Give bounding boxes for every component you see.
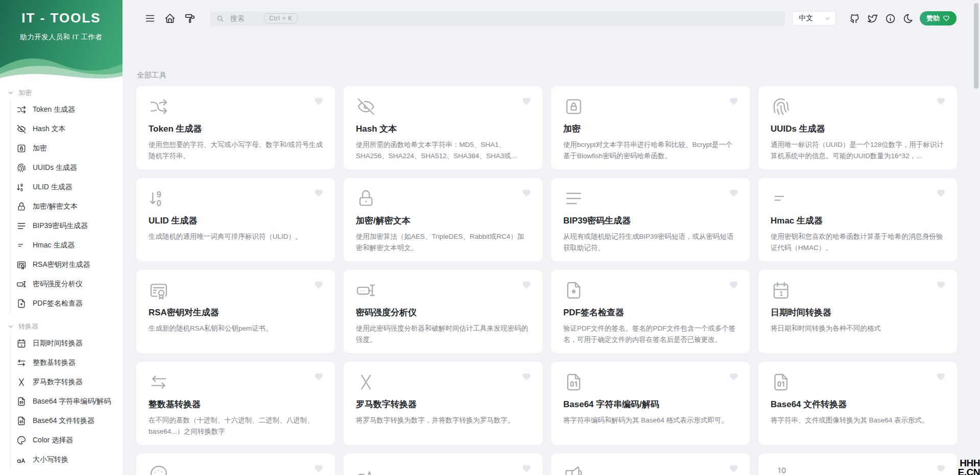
theme-button[interactable] <box>184 13 195 24</box>
sidebar-item[interactable]: 密码强度分析仪 <box>11 274 117 294</box>
github-button[interactable] <box>849 13 860 24</box>
tool-card[interactable]: 整数基转换器在不同的基数（十进制、十六进制、二进制、八进制、base64...）… <box>136 362 335 445</box>
sidebar-section: 加密Token 生成器Hash 文本加密UUIDs 生成器90ULID 生成器加… <box>7 86 117 313</box>
sidebar-item[interactable]: 加密/解密文本 <box>11 197 117 216</box>
tool-card-description: 将日期和时间转换为各种不同的格式 <box>771 323 945 334</box>
sidebar-item[interactable]: Base64 文件转换器 <box>11 411 117 431</box>
tool-card[interactable]: UUIDs 生成器通用唯一标识符（UUID）是一个128位数字，用于标识计算机系… <box>758 86 957 169</box>
tool-card-description: 将字符串编码和解码为其 Base64 格式表示形式即可。 <box>564 415 738 426</box>
github-icon <box>849 13 860 24</box>
sidebar-item[interactable]: Token 生成器 <box>11 100 117 119</box>
search-icon <box>216 15 224 22</box>
sidebar-item[interactable]: UUIDs 生成器 <box>11 158 117 178</box>
tool-card-title: 罗马数字转换器 <box>356 398 530 410</box>
heart-icon <box>943 15 950 22</box>
moon-icon <box>903 13 914 24</box>
favorite-heart-icon[interactable] <box>936 188 946 198</box>
favorite-heart-icon[interactable] <box>729 188 739 198</box>
file-star-icon <box>564 280 584 301</box>
tool-card[interactable]: 密码强度分析仪使用此密码强度分析器和破解时间估计工具来发现密码的强度。 <box>344 270 542 353</box>
favorite-heart-icon[interactable] <box>936 96 946 106</box>
sidebar-item[interactable]: 大小写转换 <box>11 450 117 469</box>
favorite-heart-icon[interactable] <box>522 464 531 473</box>
favorite-heart-icon[interactable] <box>729 464 739 473</box>
sidebar-section-header[interactable]: 转换器 <box>7 319 117 334</box>
sidebar-item[interactable]: Color 选择器 <box>11 431 117 450</box>
sidebar-section-items: Token 生成器Hash 文本加密UUIDs 生成器90ULID 生成器加密/… <box>10 100 117 313</box>
tool-card-description: 通用唯一标识符（UUID）是一个128位数字，用于标识计算机系统中的信息。可能的… <box>771 139 945 162</box>
about-button[interactable] <box>885 13 896 24</box>
tool-card[interactable]: Base64 字符串编码/解码将字符串编码和解码为其 Base64 格式表示形式… <box>551 362 750 445</box>
favorite-heart-icon[interactable] <box>522 188 531 198</box>
search-bar[interactable]: Ctrl + K <box>210 11 785 26</box>
sort-numbers-icon: 90 <box>16 182 27 192</box>
twitter-button[interactable] <box>867 13 878 24</box>
eye-off-icon <box>356 96 376 117</box>
tool-card[interactable]: Hmac 生成器使用密钥和您喜欢的哈希函数计算基于哈希的消息身份验证代码（HMA… <box>758 178 957 261</box>
tool-card[interactable] <box>136 454 335 475</box>
favorite-heart-icon[interactable] <box>522 280 531 290</box>
tool-card[interactable] <box>344 454 542 475</box>
sponsor-label: 赞助 <box>926 14 940 23</box>
favorite-heart-icon[interactable] <box>314 372 324 382</box>
menu-button[interactable] <box>144 13 156 24</box>
watermark-line: HHH <box>958 459 980 467</box>
sidebar-item[interactable]: Base64 字符串编码/解码 <box>11 392 117 411</box>
favorite-heart-icon[interactable] <box>936 372 946 382</box>
sidebar-item[interactable]: RSA密钥对生成器 <box>11 255 117 274</box>
dark-mode-button[interactable] <box>903 13 914 24</box>
favorite-heart-icon[interactable] <box>729 280 739 290</box>
sponsor-button[interactable]: 赞助 <box>920 11 957 26</box>
favorite-heart-icon[interactable] <box>314 464 324 473</box>
file-digit-icon <box>771 372 791 392</box>
sidebar-item[interactable]: 整数基转换器 <box>11 353 117 372</box>
tool-card[interactable]: Hash 文本使用所需的函数哈希文本字符串：MD5、SHA1、SHA256、SH… <box>344 86 542 169</box>
tool-card[interactable]: 罗马数字转换器将罗马数字转换为数字，并将数字转换为罗马数字。 <box>344 362 542 445</box>
password-meter-icon <box>356 280 376 301</box>
favorite-heart-icon[interactable] <box>729 96 739 106</box>
scrollbar-thumb[interactable] <box>974 3 978 89</box>
svg-text:1: 1 <box>21 343 23 347</box>
tool-card[interactable]: Base64 文件转换器将字符串、文件或图像转换为其 Base64 表示形式。 <box>758 362 957 445</box>
tool-card[interactable]: 90ULID 生成器生成随机的通用唯一词典可排序标识符（ULID）。 <box>136 178 335 261</box>
tool-card[interactable]: RSA密钥对生成器生成新的随机RSA私钥和公钥pem证书。 <box>136 270 335 353</box>
favorite-heart-icon[interactable] <box>314 280 324 290</box>
sidebar-item[interactable]: 1日期时间转换器 <box>11 334 117 353</box>
content: 全部工具 Token 生成器使用您想要的字符、大写或小写字母、数字和/或符号生成… <box>122 70 980 475</box>
language-select[interactable]: 中文 <box>792 11 836 26</box>
sidebar-section-header[interactable]: 加密 <box>7 86 117 100</box>
home-button[interactable] <box>164 13 176 24</box>
sidebar-item-label: PDF签名检查器 <box>33 299 83 308</box>
favorite-heart-icon[interactable] <box>729 372 739 382</box>
sidebar-item[interactable]: Hash 文本 <box>11 119 117 139</box>
sidebar-item[interactable]: 90ULID 生成器 <box>11 178 117 197</box>
tool-card[interactable]: 1日期时间转换器将日期和时间转换为各种不同的格式 <box>758 270 957 353</box>
sidebar-item[interactable]: Hmac 生成器 <box>11 236 117 255</box>
tool-card[interactable] <box>758 454 957 475</box>
sidebar-nav: 加密Token 生成器Hash 文本加密UUIDs 生成器90ULID 生成器加… <box>0 82 122 469</box>
favorite-heart-icon[interactable] <box>314 188 324 198</box>
sidebar-item-label: 加密 <box>33 144 47 153</box>
tool-card[interactable]: 加密/解密文本使用加密算法（如AES、TripleDES、Rabbit或RC4）… <box>344 178 542 261</box>
tool-card-title: 日期时间转换器 <box>771 307 945 318</box>
sidebar-item[interactable]: 罗马数字转换器 <box>11 372 117 392</box>
tool-card[interactable]: PDF签名检查器验证PDF文件的签名。签名的PDF文件包含一个或多个签名，可用于… <box>551 270 750 353</box>
shuffle-icon <box>149 96 169 117</box>
sidebar-item[interactable]: BIP39密码生成器 <box>11 216 117 236</box>
search-input[interactable] <box>229 14 259 23</box>
tool-card[interactable]: 加密使用bcrypt对文本字符串进行哈希和比较。Bcrypt是一个基于Blowf… <box>551 86 750 169</box>
tool-card[interactable]: Token 生成器使用您想要的字符、大写或小写字母、数字和/或符号生成随机字符串… <box>136 86 335 169</box>
sidebar-item[interactable]: PDF签名检查器 <box>11 294 117 313</box>
favorite-heart-icon[interactable] <box>936 280 946 290</box>
favorite-heart-icon[interactable] <box>314 96 324 106</box>
favorite-heart-icon[interactable] <box>936 464 946 473</box>
sidebar-item[interactable]: 加密 <box>11 139 117 158</box>
favorite-heart-icon[interactable] <box>522 96 531 106</box>
fingerprint-icon <box>16 163 27 173</box>
letter-case-icon <box>16 455 27 465</box>
tool-card[interactable] <box>551 454 750 475</box>
tool-card-title: Base64 字符串编码/解码 <box>564 398 738 410</box>
favorite-heart-icon[interactable] <box>522 372 531 382</box>
sidebar-item-label: Base64 文件转换器 <box>33 416 94 426</box>
tool-card[interactable]: BIP39密码生成器从现有或随机助记符生成BIP39密码短语，或从密码短语获取助… <box>551 178 750 261</box>
